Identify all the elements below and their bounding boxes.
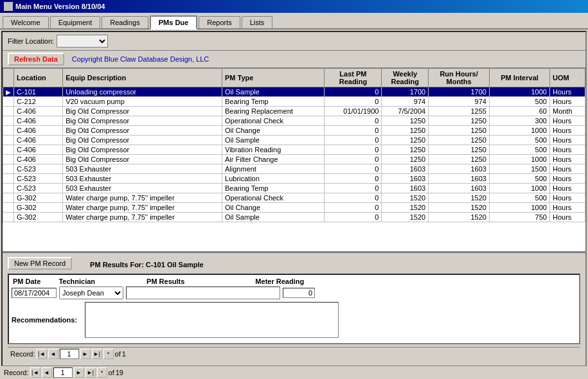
cell-uom: Hours [549,126,585,136]
pm-technician-select[interactable]: Joseph DeanJohn SmithJane Doe [59,286,123,299]
row-indicator: ▶ [3,87,14,97]
cell-location: G-302 [14,213,63,222]
new-pm-record-button[interactable]: New PM Record [8,257,72,270]
cell-pm-interval: 500 [489,193,549,203]
cell-location: C-406 [14,126,63,136]
recommendations-textarea[interactable] [85,302,339,338]
cell-run-hours: 1520 [429,203,490,213]
title-bar-label: Main Menu Version 8/10/04 [15,3,105,10]
row-indicator [3,126,14,136]
cell-uom: Hours [549,116,585,126]
pm-table: Location Equip Description PM Type Last … [3,68,585,222]
cell-run-hours: 1700 [429,87,490,97]
tab-equipment[interactable]: Equipment [50,16,101,28]
table-row[interactable]: G-302 Water charge pump, 7.75'' impeller… [3,203,585,213]
cell-weekly: 1250 [382,155,429,164]
cell-run-hours: 1255 [429,107,490,116]
col-pm-interval: PM Interval [489,69,549,87]
pm-form: PM Date Technician PM Results Meter Read… [8,274,580,344]
cell-uom: Hours [549,145,585,155]
bottom-panel: New PM Record PM Results For: C-101 Oil … [3,252,585,367]
col-equip-desc: Equip Description [63,69,222,87]
cell-pm-interval: 1000 [489,126,549,136]
cell-weekly: 7/5/2004 [382,107,429,116]
cell-pm-interval: 1500 [489,164,549,174]
outer-record-label: Record: [4,369,29,376]
row-indicator [3,155,14,164]
table-row[interactable]: G-302 Water charge pump, 7.75'' impeller… [3,193,585,203]
tab-pms-due[interactable]: PMs Due [150,15,197,30]
inner-nav-first[interactable]: |◄ [37,349,47,359]
table-row[interactable]: C-406 Big Old Compressor Oil Sample 0 12… [3,136,585,145]
table-row[interactable]: C-406 Big Old Compressor Bearing Replace… [3,107,585,116]
row-indicator [3,213,14,222]
row-indicator [3,174,14,184]
cell-last-pm: 0 [325,145,382,155]
cell-location: C-406 [14,136,63,145]
pm-meter-input[interactable] [283,288,315,298]
outer-nav-current[interactable] [53,367,73,378]
table-row[interactable]: ▶ C-101 Unloading compressor Oil Sample … [3,87,585,97]
table-row[interactable]: C-523 503 Exhauster Bearing Temp 0 1603 … [3,184,585,193]
cell-run-hours: 1250 [429,116,490,126]
cell-last-pm: 0 [325,203,382,213]
cell-last-pm: 0 [325,184,382,193]
outer-nav-prev[interactable]: ◄ [42,367,52,378]
table-row[interactable]: C-406 Big Old Compressor Operational Che… [3,116,585,126]
cell-run-hours: 974 [429,97,490,107]
outer-nav-next[interactable]: ► [74,367,84,378]
cell-equip-desc: Water charge pump, 7.75'' impeller [63,213,222,222]
table-row[interactable]: C-523 503 Exhauster Lubrication 0 1603 1… [3,174,585,184]
cell-location: C-406 [14,155,63,164]
cell-pm-interval: 1000 [489,184,549,193]
tab-lists[interactable]: Lists [242,16,273,28]
outer-nav-total: 19 [116,369,123,376]
cell-pm-interval: 1000 [489,155,549,164]
outer-nav-first[interactable]: |◄ [30,367,40,378]
pm-date-input[interactable] [12,288,57,298]
table-container[interactable]: Location Equip Description PM Type Last … [3,68,585,252]
cell-run-hours: 1250 [429,145,490,155]
outer-nav-new[interactable]: * [97,367,107,378]
table-row[interactable]: C-406 Big Old Compressor Air Filter Chan… [3,155,585,164]
inner-nav-of: of [115,350,121,358]
cell-weekly: 1250 [382,126,429,136]
cell-location: C-212 [14,97,63,107]
row-indicator [3,145,14,155]
table-row[interactable]: G-302 Water charge pump, 7.75'' impeller… [3,213,585,222]
row-indicator [3,164,14,174]
tab-reports[interactable]: Reports [199,16,240,28]
cell-weekly: 974 [382,97,429,107]
col-weekly: WeeklyReading [382,69,429,87]
inner-nav-next[interactable]: ► [80,349,91,359]
cell-location: C-523 [14,174,63,184]
cell-equip-desc: 503 Exhauster [63,174,222,184]
inner-nav-last[interactable]: ►| [92,349,102,359]
table-row[interactable]: C-523 503 Exhauster Alignment 0 1603 160… [3,164,585,174]
tab-welcome[interactable]: Welcome [3,16,49,28]
inner-nav-new[interactable]: * [103,349,114,359]
tab-readings[interactable]: Readings [102,16,148,28]
cell-weekly: 1520 [382,203,429,213]
outer-nav-last[interactable]: ►| [85,367,96,378]
outer-nav-of: of [109,369,114,376]
cell-uom: Hours [549,136,585,145]
row-indicator [3,97,14,107]
cell-weekly: 1700 [382,87,429,97]
table-row[interactable]: C-406 Big Old Compressor Vibration Readi… [3,145,585,155]
refresh-button[interactable]: Refresh Data [8,53,64,66]
cell-run-hours: 1603 [429,184,490,193]
title-bar: Main Menu Version 8/10/04 [0,0,588,13]
inner-record-label: Record: [10,350,35,358]
inner-nav-prev[interactable]: ◄ [48,349,58,359]
col-pm-type: PM Type [222,69,325,87]
inner-nav-current[interactable] [60,349,79,359]
filter-location-select[interactable] [57,35,108,48]
pm-results-header: PM Results [147,278,184,285]
table-row[interactable]: C-406 Big Old Compressor Oil Change 0 12… [3,126,585,136]
cell-pm-interval: 300 [489,116,549,126]
cell-run-hours: 1603 [429,164,490,174]
table-row[interactable]: C-212 V20 vacuum pump Bearing Temp 0 974… [3,97,585,107]
cell-uom: Hours [549,193,585,203]
pm-results-input[interactable] [126,286,280,299]
